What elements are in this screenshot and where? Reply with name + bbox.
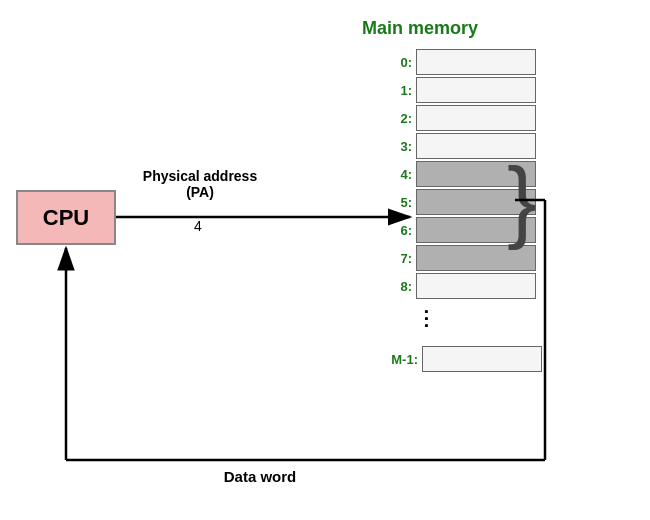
pa-label: Physical address (PA) — [130, 168, 270, 200]
mem-addr-3: 3: — [380, 139, 412, 154]
mem-row-last: M-1: — [380, 345, 542, 373]
mem-row-1: 1: — [380, 76, 536, 104]
mem-row-2: 2: — [380, 104, 536, 132]
mem-row-0: 0: — [380, 48, 536, 76]
mem-addr-1: 1: — [380, 83, 412, 98]
mem-cell-1 — [416, 77, 536, 103]
data-word-label: Data word — [150, 468, 370, 485]
mem-addr-5: 5: — [380, 195, 412, 210]
mem-dots: ⋮ — [380, 306, 438, 330]
mem-addr-2: 2: — [380, 111, 412, 126]
mem-cell-2 — [416, 105, 536, 131]
pa-value: 4 — [194, 218, 202, 234]
diagram: CPU Physical address (PA) 4 Main memory … — [0, 0, 650, 520]
dots-symbol: ⋮ — [416, 307, 438, 329]
mem-row-8: 8: — [380, 272, 536, 300]
mem-addr-8: 8: — [380, 279, 412, 294]
main-memory-label: Main memory — [330, 18, 510, 39]
brace-symbol: } — [507, 155, 537, 245]
mem-cell-0 — [416, 49, 536, 75]
mem-cell-last — [422, 346, 542, 372]
mem-addr-6: 6: — [380, 223, 412, 238]
arrows-svg — [0, 0, 650, 520]
mem-addr-7: 7: — [380, 251, 412, 266]
mem-addr-last: M-1: — [380, 352, 418, 367]
mem-addr-0: 0: — [380, 55, 412, 70]
mem-cell-8 — [416, 273, 536, 299]
cpu-label: CPU — [43, 205, 89, 231]
mem-addr-4: 4: — [380, 167, 412, 182]
cpu-box: CPU — [16, 190, 116, 245]
